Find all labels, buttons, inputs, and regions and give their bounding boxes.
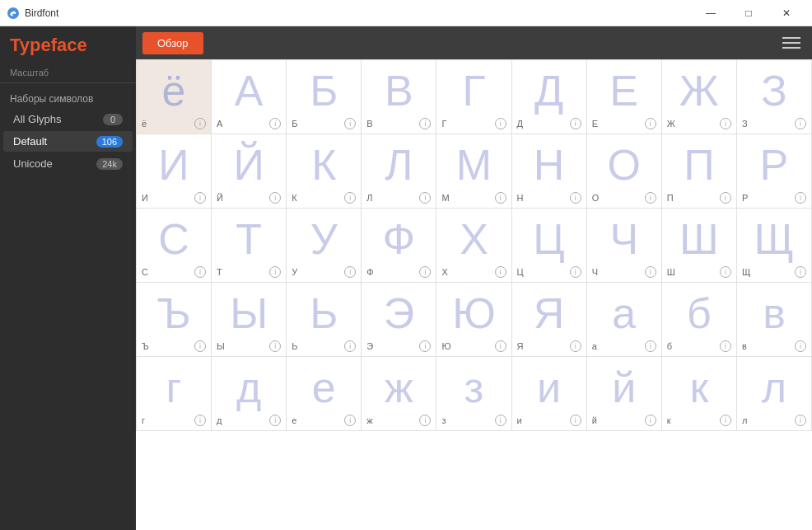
glyph-cell[interactable]: ППi: [662, 134, 737, 209]
glyph-info-icon[interactable]: i: [419, 118, 431, 129]
glyph-info-icon[interactable]: i: [720, 340, 731, 352]
glyph-cell[interactable]: ллi: [737, 357, 812, 431]
glyph-info-icon[interactable]: i: [194, 340, 206, 352]
glyph-cell[interactable]: ДДi: [512, 60, 587, 134]
glyph-info-icon[interactable]: i: [570, 118, 581, 129]
glyph-info-icon[interactable]: i: [720, 266, 731, 278]
glyph-info-icon[interactable]: i: [495, 340, 506, 352]
glyph-cell[interactable]: ииi: [512, 357, 587, 431]
glyph-cell[interactable]: ЬЬi: [287, 283, 362, 357]
close-button[interactable]: ✕: [768, 0, 805, 26]
glyph-cell[interactable]: ЛЛi: [362, 134, 436, 209]
glyph-info-icon[interactable]: i: [495, 266, 506, 278]
hamburger-menu-button[interactable]: [777, 32, 805, 54]
glyph-info-icon[interactable]: i: [344, 192, 356, 204]
glyph-info-icon[interactable]: i: [419, 340, 431, 352]
glyph-char-display: С: [137, 209, 211, 264]
glyph-info-icon[interactable]: i: [194, 415, 206, 426]
glyph-cell[interactable]: ёёi: [137, 60, 212, 134]
glyph-cell[interactable]: жжi: [362, 357, 436, 431]
glyph-info-icon[interactable]: i: [194, 118, 206, 129]
glyph-cell[interactable]: ЦЦi: [512, 209, 587, 283]
glyph-info-icon[interactable]: i: [269, 415, 281, 426]
glyph-cell[interactable]: ЙЙi: [212, 134, 287, 209]
glyph-info-icon[interactable]: i: [645, 266, 656, 278]
glyph-info-icon[interactable]: i: [795, 266, 806, 278]
glyph-info-icon[interactable]: i: [645, 192, 656, 204]
glyph-cell[interactable]: ЩЩi: [737, 209, 812, 283]
glyph-cell[interactable]: ЮЮi: [436, 283, 511, 357]
sidebar-item-default[interactable]: Default 106: [3, 131, 133, 152]
glyph-cell[interactable]: ввi: [737, 283, 812, 357]
glyph-cell[interactable]: ШШi: [662, 209, 737, 283]
glyph-info-icon[interactable]: i: [344, 118, 356, 129]
glyph-info-icon[interactable]: i: [269, 192, 281, 204]
glyph-cell[interactable]: ЯЯi: [512, 283, 587, 357]
glyph-cell[interactable]: ММi: [436, 134, 511, 209]
glyph-info-icon[interactable]: i: [194, 266, 206, 278]
glyph-cell[interactable]: ббi: [662, 283, 737, 357]
glyph-info-icon[interactable]: i: [720, 415, 731, 426]
glyph-cell[interactable]: РРi: [737, 134, 812, 209]
glyph-cell[interactable]: ааi: [587, 283, 662, 357]
glyph-info-icon[interactable]: i: [344, 340, 356, 352]
glyph-cell[interactable]: ССi: [137, 209, 212, 283]
glyph-info-icon[interactable]: i: [495, 192, 506, 204]
glyph-cell[interactable]: ТТi: [212, 209, 287, 283]
glyph-info-icon[interactable]: i: [645, 415, 656, 426]
sidebar-item-unicode[interactable]: Unicode 24k: [3, 153, 133, 174]
glyphs-container[interactable]: ёёiААiББiВВiГГiДДiЕЕiЖЖiЗЗiИИiЙЙiККiЛЛiМ…: [136, 59, 812, 530]
glyph-info-icon[interactable]: i: [344, 266, 356, 278]
overview-tab[interactable]: Обзор: [142, 32, 203, 54]
glyph-info-icon[interactable]: i: [419, 415, 431, 426]
glyph-info-icon[interactable]: i: [795, 340, 806, 352]
glyph-cell[interactable]: ЗЗi: [737, 60, 812, 134]
glyph-cell[interactable]: ИИi: [137, 134, 212, 209]
glyph-info-icon[interactable]: i: [269, 118, 281, 129]
glyph-info-icon[interactable]: i: [795, 415, 806, 426]
glyph-cell[interactable]: УУi: [287, 209, 362, 283]
glyph-cell[interactable]: ООi: [587, 134, 662, 209]
glyph-info-icon[interactable]: i: [570, 266, 581, 278]
glyph-cell[interactable]: ЪЪi: [137, 283, 212, 357]
sidebar-item-all-glyphs[interactable]: All Glyphs 0: [3, 109, 133, 129]
glyph-cell[interactable]: ККi: [287, 134, 362, 209]
glyph-cell[interactable]: ФФi: [362, 209, 436, 283]
glyph-cell[interactable]: ББi: [287, 60, 362, 134]
glyph-cell[interactable]: ГГi: [436, 60, 511, 134]
glyph-info-icon[interactable]: i: [570, 192, 581, 204]
glyph-cell[interactable]: ЕЕi: [587, 60, 662, 134]
glyph-cell[interactable]: ккi: [662, 357, 737, 431]
glyph-info-icon[interactable]: i: [269, 266, 281, 278]
glyph-info-icon[interactable]: i: [269, 340, 281, 352]
glyph-cell[interactable]: ЖЖi: [662, 60, 737, 134]
glyph-cell[interactable]: ййi: [587, 357, 662, 431]
glyph-cell[interactable]: ззi: [436, 357, 511, 431]
maximize-button[interactable]: □: [730, 0, 768, 26]
glyph-cell[interactable]: ХХi: [436, 209, 511, 283]
glyph-cell[interactable]: ггi: [137, 357, 212, 431]
glyph-info-icon[interactable]: i: [720, 118, 731, 129]
glyph-info-icon[interactable]: i: [495, 118, 506, 129]
glyph-info-icon[interactable]: i: [720, 192, 731, 204]
glyph-cell[interactable]: ННi: [512, 134, 587, 209]
glyph-info-icon[interactable]: i: [495, 415, 506, 426]
minimize-button[interactable]: —: [692, 0, 730, 26]
glyph-info-icon[interactable]: i: [570, 415, 581, 426]
glyph-info-icon[interactable]: i: [194, 192, 206, 204]
glyph-cell[interactable]: ЫЫi: [212, 283, 287, 357]
glyph-info-icon[interactable]: i: [795, 192, 806, 204]
glyph-info-icon[interactable]: i: [645, 340, 656, 352]
glyph-info-icon[interactable]: i: [645, 118, 656, 129]
glyph-info-icon[interactable]: i: [419, 266, 431, 278]
glyph-info-icon[interactable]: i: [795, 118, 806, 129]
glyph-cell[interactable]: ееi: [287, 357, 362, 431]
glyph-info-icon[interactable]: i: [344, 415, 356, 426]
glyph-cell[interactable]: ААi: [212, 60, 287, 134]
glyph-cell[interactable]: ВВi: [362, 60, 436, 134]
glyph-cell[interactable]: ЧЧi: [587, 209, 662, 283]
glyph-info-icon[interactable]: i: [419, 192, 431, 204]
glyph-cell[interactable]: ЭЭi: [362, 283, 436, 357]
glyph-cell[interactable]: ддi: [212, 357, 287, 431]
glyph-info-icon[interactable]: i: [570, 340, 581, 352]
